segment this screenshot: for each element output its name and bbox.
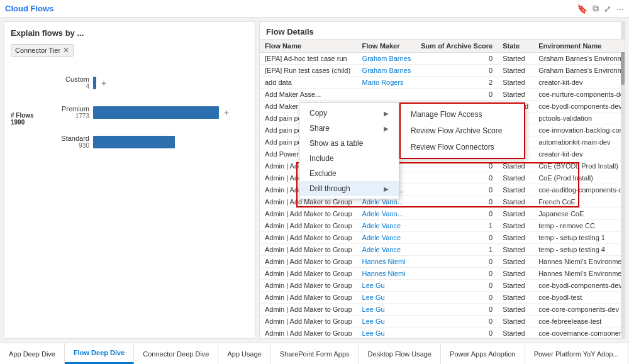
cell-state: Started xyxy=(498,77,533,89)
context-menu-include[interactable]: Include xyxy=(299,151,399,166)
table-row[interactable]: Admin | Add Maker to Group Adele Vance 1… xyxy=(260,244,625,256)
tab-flow-deep-dive[interactable]: Flow Deep Dive xyxy=(65,343,134,364)
table-row[interactable]: Admin | Add Maker to Group Hannes Niemi … xyxy=(260,268,625,280)
tab-desktop-flow-usage[interactable]: Desktop Flow Usage xyxy=(359,343,442,364)
cell-environment: coe-governance-components-d xyxy=(533,328,625,336)
cell-flow-name: add data xyxy=(260,77,357,89)
cell-archive-score: 0 xyxy=(416,89,498,101)
scroll-thumb xyxy=(621,47,625,85)
table-row[interactable]: Add Maker Asse... 0 Started coe-nurture-… xyxy=(260,89,625,101)
context-menu-drill-through[interactable]: Drill through ▶ xyxy=(299,181,399,196)
tab-sharepoint-form-apps[interactable]: SharePoint Form Apps xyxy=(271,343,359,364)
chart-row-standard: Standard 930 xyxy=(45,135,248,149)
chart-bar-custom xyxy=(93,77,96,89)
cell-state: Started xyxy=(498,256,533,268)
col-flow-name: Flow Name xyxy=(260,40,357,53)
chart-label-standard: Standard 930 xyxy=(45,135,89,149)
col-environment: Environment Name xyxy=(533,40,625,53)
table-row[interactable]: Admin | Add Maker to Group Hannes Niemi … xyxy=(260,256,625,268)
context-menu-copy[interactable]: Copy ▶ xyxy=(299,106,399,121)
cell-environment: French CoE xyxy=(533,196,625,208)
drill-submenu-manage-flow-access[interactable]: Manage Flow Access xyxy=(401,106,524,123)
cell-state: Started xyxy=(498,220,533,232)
filter-tag[interactable]: Connector Tier ✕ xyxy=(11,44,74,57)
table-row[interactable]: Admin | Add Maker to Group Adele Vance 0… xyxy=(260,232,625,244)
cell-flow-name: Admin | Add Maker to Group xyxy=(260,256,357,268)
cell-flow-maker: Lee Gu xyxy=(357,292,416,304)
cell-environment: pctools-validation xyxy=(533,113,625,124)
chart-bar-premium xyxy=(93,106,219,119)
cell-flow-maker xyxy=(357,89,416,101)
bookmark-icon[interactable]: 🔖 xyxy=(577,4,587,14)
chart-label-premium: Premium 1773 xyxy=(45,105,89,119)
cell-state: Started xyxy=(498,196,533,208)
copy-submenu-arrow: ▶ xyxy=(384,110,389,117)
cell-flow-name: Admin | Add Maker to Group xyxy=(260,220,357,232)
cell-archive-score: 0 xyxy=(416,53,498,65)
cell-environment: Graham Barnes's Environment xyxy=(533,65,625,77)
table-row[interactable]: Admin | Add Maker to Group Lee Gu 0 Star… xyxy=(260,280,625,292)
filter-tag-close[interactable]: ✕ xyxy=(63,46,69,55)
table-row[interactable]: Admin | Add Maker to Group Lee Gu 0 Star… xyxy=(260,292,625,304)
cell-environment: creator-kit-dev xyxy=(533,148,625,160)
table-row[interactable]: Admin | Add Maker to Group Lee Gu 0 Star… xyxy=(260,316,625,328)
drill-submenu-review-connectors[interactable]: Review Flow Connectors xyxy=(401,139,524,155)
chart-plus-custom[interactable]: + xyxy=(101,78,106,88)
cell-flow-maker: Hannes Niemi xyxy=(357,256,416,268)
main-content: Explain flows by ... Connector Tier ✕ # … xyxy=(0,18,629,343)
tab-app-deep-dive[interactable]: App Deep Dive xyxy=(0,343,65,364)
cell-environment: coe-innovation-backlog-compo xyxy=(533,124,625,136)
col-flow-maker: Flow Maker xyxy=(357,40,416,53)
cell-flow-name: Admin | Add Maker to Group xyxy=(260,316,357,328)
cell-state: Started xyxy=(498,232,533,244)
table-row[interactable]: [EPA] Ad-hoc test case run Graham Barnes… xyxy=(260,53,625,65)
cell-archive-score: 0 xyxy=(416,184,498,196)
cell-environment: temp - setup testing 4 xyxy=(533,244,625,256)
cell-flow-maker: Adele Vano... xyxy=(357,208,416,220)
table-row[interactable]: Admin | Add Maker to Group Lee Gu 0 Star… xyxy=(260,328,625,336)
drill-submenu-review-archive[interactable]: Review Flow Archive Score xyxy=(401,123,524,139)
context-menu-share[interactable]: Share ▶ xyxy=(299,121,399,136)
col-state: State xyxy=(498,40,533,53)
cell-state: Started xyxy=(498,280,533,292)
table-row[interactable]: [EPA] Run test cases (child) Graham Barn… xyxy=(260,65,625,77)
chart-area: Custom 4 + Premium 1773 + xyxy=(45,75,248,149)
cell-environment: coe-byodl-test xyxy=(533,292,625,304)
table-header-row: Flow Name Flow Maker Sum of Archive Scor… xyxy=(260,40,625,53)
filter-tag-area: Connector Tier ✕ xyxy=(11,44,248,63)
cell-state: Started xyxy=(498,208,533,220)
cell-archive-score: 0 xyxy=(416,280,498,292)
duplicate-icon[interactable]: ⧉ xyxy=(593,3,599,14)
cell-flow-maker: Lee Gu xyxy=(357,328,416,336)
tab-power-platform-yoy-adop[interactable]: Power Platform YoY Adop... xyxy=(525,343,628,364)
scroll-indicator[interactable] xyxy=(621,22,625,338)
context-menu-show-as-table[interactable]: Show as a table xyxy=(299,136,399,151)
table-row[interactable]: Admin | Add Maker to Group Adele Vano...… xyxy=(260,208,625,220)
cell-archive-score: 0 xyxy=(416,232,498,244)
more-icon[interactable]: ··· xyxy=(616,4,624,14)
expand-icon[interactable]: ⤢ xyxy=(604,4,611,14)
cell-state: Started xyxy=(498,328,533,336)
table-row[interactable]: Admin | Add Maker to Group Adele Vance 1… xyxy=(260,220,625,232)
chart-plus-premium[interactable]: + xyxy=(224,108,229,118)
cell-flow-name: Admin | Add Maker to Group xyxy=(260,304,357,316)
cell-flow-maker: Graham Barnes xyxy=(357,65,416,77)
cell-flow-name: Admin | Add Maker to Group xyxy=(260,328,357,336)
cell-environment: CoE (Prod Install) xyxy=(533,172,625,184)
cell-environment: Graham Barnes's Environment xyxy=(533,53,625,65)
context-menu-exclude[interactable]: Exclude xyxy=(299,166,399,181)
cell-archive-score: 0 xyxy=(416,292,498,304)
tab-connector-deep-dive[interactable]: Connector Deep Dive xyxy=(134,343,218,364)
cell-environment: CoE (BYODL Prod Install) xyxy=(533,160,625,172)
tab-power-apps-adoption[interactable]: Power Apps Adoption xyxy=(441,343,525,364)
cell-environment: coe-byodl-components-dev xyxy=(533,101,625,113)
chart-metric-label: # Flows 1990 xyxy=(11,112,34,126)
left-panel-title: Explain flows by ... xyxy=(11,28,248,38)
table-row[interactable]: Admin | Add Maker to Group Lee Gu 0 Star… xyxy=(260,304,625,316)
page-title: Cloud Flows xyxy=(5,4,53,13)
tab-app-usage[interactable]: App Usage xyxy=(218,343,270,364)
cell-state: Started xyxy=(498,184,533,196)
cell-archive-score: 0 xyxy=(416,328,498,336)
cell-state: Started xyxy=(498,244,533,256)
table-row[interactable]: add data Mario Rogers 2 Started creator-… xyxy=(260,77,625,89)
